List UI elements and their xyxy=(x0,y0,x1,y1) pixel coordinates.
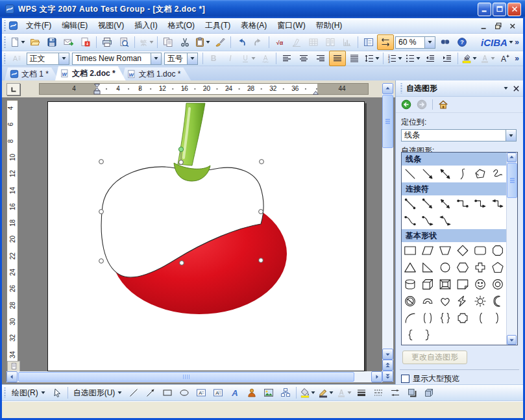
threed-style-button[interactable] xyxy=(421,385,437,401)
menu-帮助(H)[interactable]: 帮助(H) xyxy=(311,18,348,33)
document-page[interactable] xyxy=(47,101,365,371)
grow-font-button[interactable]: A xyxy=(496,51,513,66)
shape-hexagon[interactable] xyxy=(454,259,472,276)
dropdown-arrow-icon[interactable] xyxy=(329,391,334,395)
document-map-button[interactable] xyxy=(360,34,377,50)
scroll-down-button[interactable] xyxy=(382,349,393,360)
selection-handle[interactable] xyxy=(179,160,184,165)
list-scroll-thumb[interactable] xyxy=(507,163,517,198)
doc-tab-文档 2.doc *[interactable]: W文档 2.doc * xyxy=(55,66,126,80)
format-toolbar-overflow-button[interactable]: » xyxy=(513,53,520,64)
previous-page-button[interactable] xyxy=(382,360,393,371)
wrap-toggle-button[interactable] xyxy=(377,34,394,50)
shape-isosceles-triangle[interactable] xyxy=(402,259,419,276)
shape-cylinder[interactable] xyxy=(402,276,419,293)
shape-right-brace[interactable] xyxy=(419,327,437,343)
italic-button[interactable]: I xyxy=(222,51,239,66)
save-button[interactable] xyxy=(43,34,60,50)
title-bar[interactable]: WPS 文字 2007 Auto Test Group - [文档 2.doc … xyxy=(0,0,525,18)
underline-button[interactable]: U xyxy=(239,51,257,66)
forward-button[interactable] xyxy=(415,98,428,111)
dropdown-arrow-icon[interactable] xyxy=(117,391,122,395)
shape-trapezoid[interactable] xyxy=(437,242,454,259)
shape-scribble[interactable] xyxy=(489,166,506,182)
shape-oval[interactable] xyxy=(437,259,454,276)
horizontal-ruler[interactable]: 4 4812162024283236 44 xyxy=(39,83,369,95)
insert-picture-button[interactable] xyxy=(260,385,277,401)
vertical-scroll-thumb[interactable] xyxy=(382,95,393,148)
indent-markers[interactable] xyxy=(93,83,101,95)
close-document-button[interactable] xyxy=(507,21,518,31)
selection-handle[interactable] xyxy=(259,210,263,214)
shape-bevel[interactable] xyxy=(437,276,454,293)
standard-toolbar-overflow-button[interactable]: » xyxy=(513,36,520,48)
decrease-indent-button[interactable] xyxy=(422,51,439,66)
vertical-textbox-button[interactable]: A xyxy=(210,385,226,401)
scroll-left-button[interactable] xyxy=(6,371,18,382)
list-scroll-down-button[interactable] xyxy=(507,335,517,345)
diagram-button[interactable] xyxy=(277,385,294,401)
shape-left-bracket[interactable] xyxy=(471,310,489,327)
shape-arrow[interactable] xyxy=(419,166,437,182)
shape-elbow-arrow-connector[interactable] xyxy=(471,195,489,212)
dropdown-arrow-icon[interactable] xyxy=(21,40,25,44)
line-style-button[interactable] xyxy=(353,385,370,401)
shape-right-bracket[interactable] xyxy=(489,310,506,327)
line-tool-button[interactable] xyxy=(125,385,142,401)
dropdown-arrow-icon[interactable] xyxy=(416,56,421,60)
format-painter-button[interactable] xyxy=(212,34,228,50)
shape-no-symbol[interactable] xyxy=(402,293,419,310)
vertical-ruler[interactable]: 46810121416182022242628303234 xyxy=(6,100,18,369)
shape-curved-connector[interactable] xyxy=(402,212,419,229)
shape-block-arc[interactable] xyxy=(419,293,437,310)
shape-elbow-double-arrow-connector[interactable] xyxy=(489,195,506,212)
justify-button[interactable] xyxy=(329,51,346,66)
cherry-drawing[interactable] xyxy=(48,102,364,371)
insert-table-button[interactable] xyxy=(305,34,322,50)
shape-right-triangle[interactable] xyxy=(419,259,437,276)
goto-combo-dropdown[interactable] xyxy=(506,130,516,141)
list-scroll-up-button[interactable] xyxy=(507,153,517,162)
style-combo-dropdown[interactable] xyxy=(58,53,69,64)
zoom-combo[interactable]: 60 % xyxy=(395,36,435,49)
back-button[interactable] xyxy=(400,98,413,111)
shape-rounded-rectangle[interactable] xyxy=(471,242,489,259)
next-page-button[interactable] xyxy=(382,371,393,382)
menu-编辑(E)[interactable]: 编辑(E) xyxy=(56,18,93,33)
clipart-button[interactable] xyxy=(243,385,260,401)
task-pane-close-button[interactable] xyxy=(512,84,520,93)
font-combo[interactable]: Times New Roman xyxy=(72,53,161,65)
increase-indent-button[interactable] xyxy=(439,51,456,66)
selection-handle[interactable] xyxy=(99,210,104,214)
bold-button[interactable]: B xyxy=(205,51,222,66)
dash-style-button[interactable] xyxy=(370,385,387,401)
shape-octagon[interactable] xyxy=(489,242,506,259)
shape-arc[interactable] xyxy=(402,310,419,327)
align-right-button[interactable] xyxy=(312,51,329,66)
dropdown-arrow-icon[interactable] xyxy=(206,40,210,44)
horizontal-scrollbar[interactable] xyxy=(6,371,382,382)
shape-heart[interactable] xyxy=(437,293,454,310)
close-button[interactable] xyxy=(507,3,521,16)
list-scroll-track[interactable] xyxy=(507,199,517,335)
line-spacing-button[interactable] xyxy=(363,51,381,66)
signature-button[interactable] xyxy=(288,34,305,50)
selection-handle[interactable] xyxy=(180,261,184,266)
shape-diamond[interactable] xyxy=(454,242,472,259)
task-pane-menu-button[interactable] xyxy=(504,86,508,90)
menu-窗口(W)[interactable]: 窗口(W) xyxy=(272,18,310,33)
shape-lightning[interactable] xyxy=(454,293,472,310)
formula-button[interactable]: √α xyxy=(271,34,288,50)
shape-folded-corner[interactable] xyxy=(454,276,472,293)
open-button[interactable] xyxy=(27,34,43,50)
chart-button[interactable] xyxy=(339,34,356,50)
shape-cube[interactable] xyxy=(419,276,437,293)
numbered-list-button[interactable]: 123 xyxy=(385,51,404,66)
align-left-button[interactable] xyxy=(278,51,295,66)
drawing-toolbar-grip[interactable] xyxy=(3,388,6,399)
mail-button[interactable] xyxy=(60,34,77,50)
shape-straight-arrow-connector[interactable] xyxy=(419,195,437,212)
format-toolbar-grip[interactable] xyxy=(3,53,6,63)
dropdown-arrow-icon[interactable] xyxy=(472,56,477,60)
dropdown-arrow-icon[interactable] xyxy=(491,56,495,60)
